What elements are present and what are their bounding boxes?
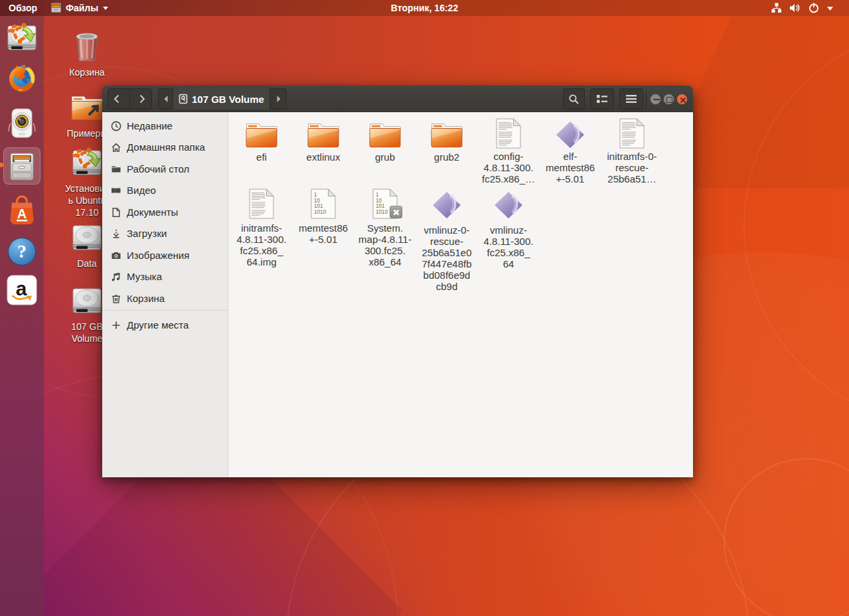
svg-text:1010: 1010 bbox=[376, 209, 388, 215]
svg-text:a: a bbox=[16, 277, 27, 299]
svg-text:1010: 1010 bbox=[314, 209, 327, 215]
svg-text:?: ? bbox=[17, 241, 27, 262]
svg-text:A: A bbox=[17, 206, 27, 221]
